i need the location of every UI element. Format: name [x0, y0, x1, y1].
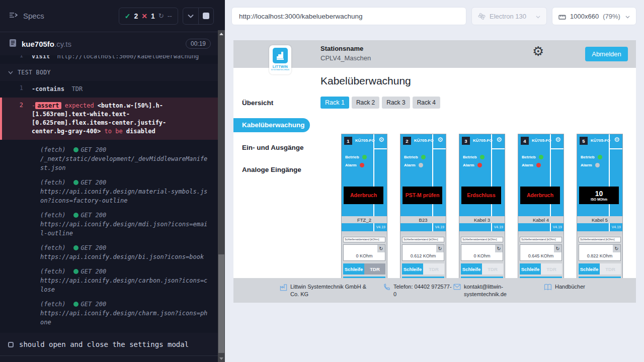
stop-icon: [203, 13, 209, 19]
status-ok-dot: [73, 269, 78, 274]
measurement-panel: Schleifenwiderstand [kOhm] ↻ 0.822 KOhm …: [577, 235, 622, 284]
phone-number[interactable]: Telefon: 04402 972577-0: [393, 283, 453, 298]
betrieb-label: Betrieb: [522, 155, 536, 159]
failed-assert-row[interactable]: 2 -assert expected <button.w-[50%].h-[1.…: [0, 98, 218, 140]
sidebar-item-ein-und-ausgaenge[interactable]: Ein- und Ausgänge: [233, 141, 312, 155]
fetch-log-entry[interactable]: (fetch)GET 200 https://api.iconify.desig…: [40, 243, 210, 261]
device-settings-icon[interactable]: ⚙: [555, 136, 561, 143]
device-settings-icon[interactable]: ⚙: [614, 136, 620, 143]
settings-gear-icon[interactable]: ⚙: [532, 45, 544, 58]
schleife-button[interactable]: Schleife: [520, 263, 541, 275]
schleife-button[interactable]: Schleife: [461, 263, 482, 275]
assert-message: -assert expected <button.w-[50%].h-[1.56…: [32, 102, 198, 136]
tdr-button[interactable]: TDR: [423, 263, 444, 275]
footer-email: kontakt@littwin-systemtechnik.de: [453, 283, 510, 298]
sidebar-item-analoge-eingaenge[interactable]: Analoge Eingänge: [233, 163, 312, 177]
spec-file-row[interactable]: kue705fo .cy.ts 00:19: [0, 32, 218, 55]
fetch-log-entry[interactable]: (fetch)GET 200 /_next/static/development…: [40, 145, 210, 172]
firmware-version: V4.19: [435, 225, 444, 229]
measurement-panel: Schleifenwiderstand [kOhm] ↻ 0.612 KOhm …: [400, 235, 446, 284]
cable-name: Kabel 3: [459, 216, 505, 223]
alarm-led: [536, 163, 541, 167]
measurement-panel: Schleifenwiderstand [kOhm] ↻ 0 KOhm Schl…: [342, 235, 387, 284]
device-card-2: 2 KÜ705-FO ⚙ Betrieb Alarm PST-M prüfen …: [400, 134, 446, 285]
refresh-icon[interactable]: ↻: [495, 245, 503, 252]
tdr-button[interactable]: TDR: [482, 263, 503, 275]
device-model: KÜ705-FO: [532, 138, 551, 143]
schleife-button[interactable]: Schleife: [343, 263, 364, 275]
schleife-button[interactable]: Schleife: [579, 263, 600, 275]
alarm-label: Alarm: [581, 163, 592, 167]
spec-duration-badge: 00:19: [186, 39, 211, 49]
command-arg: TDR: [71, 85, 83, 93]
resistance-value: 0.822 KOhm: [579, 253, 620, 258]
station-label: Stationsname: [320, 45, 363, 52]
tdr-button[interactable]: TDR: [541, 263, 562, 275]
specs-label[interactable]: Specs: [23, 12, 44, 20]
manuals-link[interactable]: Handbücher: [555, 283, 585, 293]
log-row-contains[interactable]: 1 -contains TDR: [0, 83, 218, 96]
fetch-log-entry[interactable]: (fetch)GET 200 https://api.iconify.desig…: [40, 178, 210, 205]
email-address[interactable]: kontakt@littwin-systemtechnik.de: [464, 283, 510, 298]
refresh-icon[interactable]: ↻: [436, 245, 444, 252]
status-ok-dot: [73, 245, 78, 250]
pending-test-title: should open and close the settings modal: [19, 340, 189, 348]
sidebar-item-kabelueberwachung[interactable]: Kabelüberwachung: [233, 118, 310, 132]
tab-rack-2[interactable]: Rack 2: [352, 97, 379, 109]
tab-rack-1[interactable]: Rack 1: [320, 97, 349, 109]
device-settings-icon[interactable]: ⚙: [378, 136, 384, 143]
schleife-button[interactable]: Schleife: [402, 263, 423, 275]
test-stats: ✓ 2 ✕ 1 ↻ --: [119, 8, 178, 25]
test-body-label: TEST BODY: [18, 69, 51, 76]
device-settings-icon[interactable]: ⚙: [496, 136, 502, 143]
browser-toolbar: http://localhost:3000/kabelueberwachung …: [225, 0, 644, 32]
device-model: KÜ705-FO: [591, 138, 610, 143]
firmware-version: V4.19: [612, 225, 621, 229]
tab-rack-4[interactable]: Rack 4: [413, 97, 440, 109]
collapse-button[interactable]: [183, 8, 198, 24]
slot-number: 1: [344, 137, 352, 145]
spec-file-name: kue705fo: [22, 40, 54, 48]
resistance-label: Schleifenwiderstand [kOhm]: [461, 237, 503, 242]
runner-content: Specs ✓ 2 ✕ 1 ↻ --: [0, 0, 218, 362]
resistance-value-box: ↻ 0.612 KOhm: [402, 244, 444, 261]
device-settings-icon[interactable]: ⚙: [437, 136, 443, 143]
scrollbar-thumb[interactable]: [218, 254, 224, 353]
refresh-icon[interactable]: ↻: [554, 245, 561, 252]
fetch-url: https://api.iconify.design/charm.json?ic…: [40, 309, 210, 327]
browser-selector[interactable]: Electron 130: [471, 7, 547, 25]
log-row-visit[interactable]: 1 visit http://localhost:3000/kabelueber…: [0, 55, 218, 64]
test-body-section[interactable]: TEST BODY: [0, 64, 218, 81]
status-ok-dot: [73, 180, 78, 185]
refresh-icon[interactable]: ↻: [613, 245, 620, 252]
stop-button[interactable]: [198, 8, 213, 24]
runner-scrollbar[interactable]: [218, 30, 225, 362]
footer-manuals[interactable]: Handbücher: [544, 283, 585, 293]
ruler-icon: [558, 13, 566, 20]
line-number: 1: [0, 55, 23, 59]
cable-name: Kabel 5: [577, 216, 622, 223]
phone-icon: [383, 284, 390, 298]
tdr-button[interactable]: TDR: [364, 263, 385, 275]
fetch-log-entry[interactable]: (fetch)GET 200 https://api.iconify.desig…: [40, 300, 210, 327]
url-input[interactable]: http://localhost:3000/kabelueberwachung: [231, 7, 466, 25]
pending-test-row[interactable]: should open and close the settings modal: [0, 333, 218, 355]
fetch-log-entry[interactable]: (fetch)GET 200 https://api.iconify.desig…: [40, 267, 210, 294]
tab-rack-3[interactable]: Rack 3: [382, 97, 410, 109]
specs-menu-icon[interactable]: [9, 12, 18, 21]
book-icon: [544, 284, 552, 293]
fetch-log-entry[interactable]: (fetch)GET 200 https://api.iconify.desig…: [40, 211, 210, 238]
device-panel: 3 KÜ705-FO ⚙ Betrieb Alarm Erdschluss Ka…: [459, 134, 505, 231]
electron-icon: [478, 13, 486, 20]
logout-button[interactable]: Abmelden: [585, 47, 628, 61]
refresh-icon[interactable]: ↻: [377, 245, 385, 252]
tdr-button[interactable]: TDR: [600, 263, 621, 275]
viewport-size-selector[interactable]: 1000x660 (79%): [552, 7, 636, 25]
scroll-up-arrow[interactable]: [218, 30, 225, 37]
device-card-5: 5 KÜ705-FO ⚙ Betrieb Alarm 10 ISO MOhm K…: [577, 134, 623, 285]
passed-count: 2: [134, 12, 138, 20]
scroll-down-arrow[interactable]: [218, 355, 225, 362]
sidebar-item-uebersicht[interactable]: Übersicht: [233, 96, 312, 110]
alarm-led: [477, 163, 482, 167]
factory-icon: [280, 284, 287, 298]
